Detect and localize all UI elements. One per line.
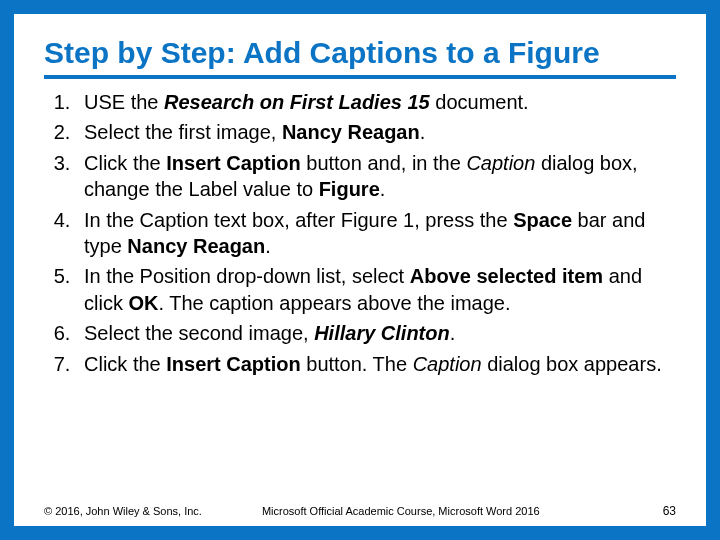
list-item: In the Position drop-down list, select A… (76, 263, 676, 316)
step-list: USE the Research on First Ladies 15 docu… (52, 89, 676, 377)
list-item: USE the Research on First Ladies 15 docu… (76, 89, 676, 115)
footer-course: Microsoft Official Academic Course, Micr… (202, 505, 663, 517)
slide-content: Step by Step: Add Captions to a Figure U… (14, 14, 706, 377)
footer-page-number: 63 (663, 504, 676, 518)
list-item: Click the Insert Caption button and, in … (76, 150, 676, 203)
slide-footer: © 2016, John Wiley & Sons, Inc. Microsof… (44, 504, 676, 518)
slide-frame: Step by Step: Add Captions to a Figure U… (0, 0, 720, 540)
list-item: In the Caption text box, after Figure 1,… (76, 207, 676, 260)
footer-copyright: © 2016, John Wiley & Sons, Inc. (44, 505, 202, 517)
title-underline (44, 75, 676, 79)
list-item: Select the second image, Hillary Clinton… (76, 320, 676, 346)
slide-title: Step by Step: Add Captions to a Figure (44, 36, 676, 69)
list-item: Click the Insert Caption button. The Cap… (76, 351, 676, 377)
list-item: Select the first image, Nancy Reagan. (76, 119, 676, 145)
